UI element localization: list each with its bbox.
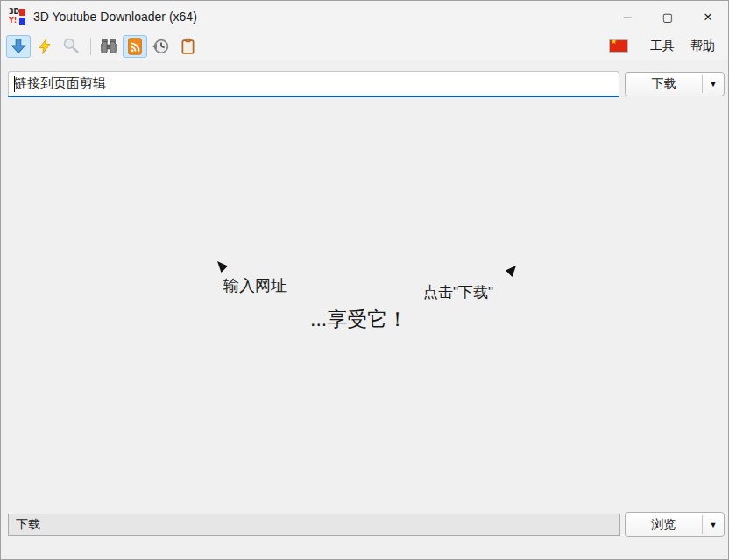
toolbar: ★ 工具 帮助 bbox=[1, 32, 728, 60]
maximize-button[interactable]: ▢ bbox=[648, 1, 688, 32]
menu-tools[interactable]: 工具 bbox=[642, 35, 683, 58]
find-button[interactable] bbox=[96, 35, 121, 58]
download-mode-button[interactable] bbox=[6, 35, 31, 58]
url-row: 链接到页面剪辑 下载 ▼ bbox=[1, 69, 728, 101]
binoculars-icon bbox=[99, 37, 118, 56]
download-split-button: 下载 ▼ bbox=[625, 72, 725, 96]
hint-enter-url: 输入网址 bbox=[223, 275, 287, 296]
chevron-down-icon: ▼ bbox=[710, 521, 718, 529]
hint-click-download: 点击"下载" bbox=[423, 282, 493, 302]
url-input[interactable]: 链接到页面剪辑 bbox=[8, 71, 619, 97]
app-logo-red-square bbox=[19, 9, 25, 16]
browse-split-button: 浏览 ▼ bbox=[625, 512, 725, 537]
toolbar-separator bbox=[90, 38, 91, 55]
clipboard-icon bbox=[179, 37, 197, 56]
app-logo-blue-square bbox=[19, 18, 25, 25]
main-area: 输入网址 点击"下载" ...享受它！ bbox=[2, 101, 727, 501]
app-logo-y: Y! bbox=[9, 17, 18, 25]
history-clock-icon bbox=[152, 37, 171, 56]
paste-button[interactable] bbox=[175, 35, 200, 58]
titlebar: 3D Y! 3D Youtube Downloader (x64) ─ ▢ ✕ bbox=[1, 1, 728, 32]
convert-button[interactable] bbox=[32, 35, 57, 58]
app-logo-icon: 3D Y! bbox=[9, 8, 26, 25]
search-button[interactable] bbox=[59, 35, 83, 58]
url-input-value: 链接到页面剪辑 bbox=[14, 75, 106, 92]
app-window: 3D Y! 3D Youtube Downloader (x64) ─ ▢ ✕ bbox=[0, 0, 729, 560]
chevron-down-icon: ▼ bbox=[710, 80, 718, 89]
flag-star: ★ bbox=[611, 38, 617, 46]
history-button[interactable] bbox=[149, 35, 173, 58]
bottom-row: 下载 浏览 ▼ bbox=[1, 503, 728, 559]
browse-button[interactable]: 浏览 bbox=[626, 513, 702, 536]
toolbar-right: ★ 工具 帮助 bbox=[609, 35, 723, 58]
rss-feed-button[interactable] bbox=[123, 35, 147, 58]
download-button[interactable]: 下载 bbox=[626, 73, 702, 96]
magnifier-icon bbox=[62, 37, 81, 55]
browse-dropdown-button[interactable]: ▼ bbox=[703, 513, 724, 536]
hint-enjoy: ...享受它！ bbox=[310, 306, 407, 333]
lightning-icon bbox=[36, 37, 53, 56]
app-logo-3d: 3D bbox=[9, 8, 18, 17]
close-button[interactable]: ✕ bbox=[688, 1, 728, 32]
minimize-button[interactable]: ─ bbox=[607, 1, 648, 32]
language-flag-icon[interactable]: ★ bbox=[609, 39, 628, 53]
window-title: 3D Youtube Downloader (x64) bbox=[33, 10, 197, 24]
rss-feed-icon bbox=[125, 37, 145, 56]
download-icon bbox=[9, 37, 28, 56]
pointer-arrow-left-icon bbox=[216, 261, 229, 274]
pointer-arrow-right-icon bbox=[505, 266, 517, 279]
download-status-bar: 下载 bbox=[8, 514, 620, 536]
window-controls: ─ ▢ ✕ bbox=[607, 1, 728, 32]
download-dropdown-button[interactable]: ▼ bbox=[703, 73, 724, 96]
status-label: 下载 bbox=[16, 517, 40, 533]
menu-help[interactable]: 帮助 bbox=[683, 35, 723, 58]
